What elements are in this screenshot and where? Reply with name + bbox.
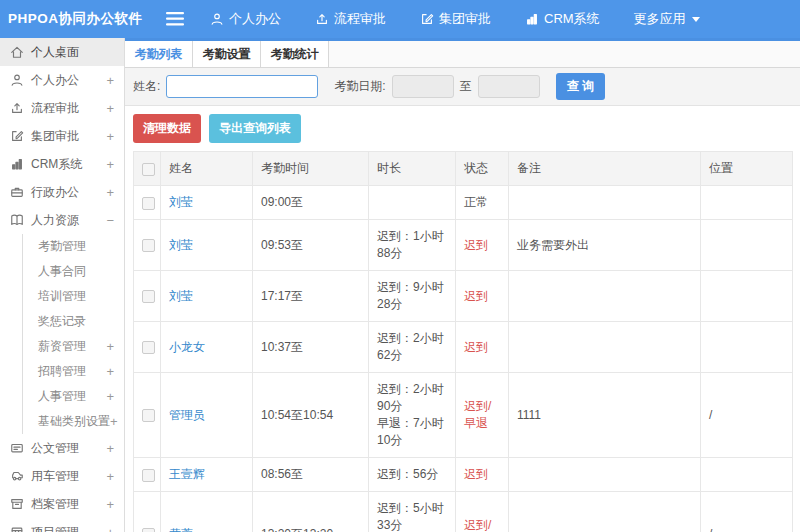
sidebar-item-6[interactable]: 人力资源− [0, 206, 124, 234]
sidebar-item-10[interactable]: 项目管理+ [0, 518, 124, 532]
table-row: 小龙女10:37至迟到：2小时62分迟到 [134, 322, 793, 373]
topnav-item-label: CRM系统 [544, 10, 600, 28]
employee-name-link[interactable]: 王壹辉 [169, 467, 205, 481]
table-row: 王壹辉08:56至迟到：56分迟到 [134, 458, 793, 492]
table-row: 刘莹09:53至迟到：1小时88分迟到业务需要外出 [134, 220, 793, 271]
topnav-item-3[interactable]: CRM系统 [525, 10, 600, 28]
topnav-item-label: 个人办公 [229, 10, 281, 28]
sidebar-subitem-3[interactable]: 奖惩记录 [23, 309, 124, 334]
expand-icon[interactable]: + [106, 129, 114, 144]
expand-icon[interactable]: + [106, 441, 114, 456]
export-list-button[interactable]: 导出查询列表 [209, 114, 301, 143]
tab-2[interactable]: 考勤统计 [261, 41, 329, 67]
sidebar-subitem-6[interactable]: 人事管理+ [23, 384, 124, 409]
collapse-icon[interactable]: − [106, 213, 114, 228]
topnav-item-1[interactable]: 流程审批 [315, 10, 386, 28]
sidebar-item-1[interactable]: 个人办公+ [0, 66, 124, 94]
employee-name-link[interactable]: 小龙女 [169, 340, 205, 354]
sidebar-item-7[interactable]: 公文管理+ [0, 434, 124, 462]
duration-line: 迟到：9小时28分 [377, 279, 447, 313]
expand-icon[interactable]: + [106, 364, 114, 379]
row-checkbox[interactable] [142, 239, 155, 252]
sidebar-item-label: 人事合同 [38, 263, 86, 280]
app-logo[interactable]: PHPOA协同办公软件 [0, 10, 148, 28]
chart-icon [10, 157, 24, 171]
status-badge: 迟到 [464, 289, 488, 303]
sidebar-item-2[interactable]: 流程审批+ [0, 94, 124, 122]
sidebar-item-8[interactable]: 用车管理+ [0, 462, 124, 490]
row-checkbox[interactable] [142, 290, 155, 303]
sidebar-item-label: 用车管理 [31, 468, 79, 485]
expand-icon[interactable]: + [106, 469, 114, 484]
expand-icon[interactable]: + [106, 497, 114, 512]
date-from-input[interactable] [392, 75, 454, 98]
clean-data-button[interactable]: 清理数据 [133, 114, 201, 143]
sidebar-item-5[interactable]: 行政办公+ [0, 178, 124, 206]
column-header-4: 备注 [509, 152, 701, 186]
edit-icon [10, 129, 24, 143]
status-badge: 迟到/早退 [464, 399, 491, 430]
sidebar-item-3[interactable]: 集团审批+ [0, 122, 124, 150]
expand-icon[interactable]: + [110, 414, 118, 429]
search-button[interactable]: 查 询 [556, 73, 605, 100]
date-to-input[interactable] [478, 75, 540, 98]
row-checkbox[interactable] [142, 197, 155, 210]
edit-icon [420, 12, 434, 26]
employee-name-link[interactable]: 刘莹 [169, 289, 193, 303]
remark [509, 271, 701, 322]
sidebar-subitem-7[interactable]: 基础类别设置+ [23, 409, 124, 434]
row-checkbox[interactable] [142, 469, 155, 482]
expand-icon[interactable]: + [106, 185, 114, 200]
sidebar-submenu: 考勤管理人事合同培训管理奖惩记录薪资管理+招聘管理+人事管理+基础类别设置+ [22, 234, 124, 434]
row-checkbox[interactable] [142, 528, 155, 532]
expand-icon[interactable]: + [106, 389, 114, 404]
location: / [701, 373, 793, 458]
expand-icon[interactable]: + [106, 73, 114, 88]
expand-icon[interactable]: + [106, 101, 114, 116]
duration: 迟到：9小时28分 [369, 271, 456, 322]
sidebar-item-4[interactable]: CRM系统+ [0, 150, 124, 178]
menu-icon[interactable] [166, 12, 184, 26]
sidebar-subitem-1[interactable]: 人事合同 [23, 259, 124, 284]
name-input[interactable] [166, 75, 318, 98]
sidebar-item-label: 人事管理 [38, 388, 86, 405]
sidebar-item-9[interactable]: 档案管理+ [0, 490, 124, 518]
remark [509, 492, 701, 532]
status-badge: 迟到 [464, 340, 488, 354]
sidebar-subitem-2[interactable]: 培训管理 [23, 284, 124, 309]
location [701, 186, 793, 220]
employee-name-link[interactable]: 黄蓉 [169, 527, 193, 532]
sidebar-item-label: 集团审批 [31, 128, 79, 145]
expand-icon[interactable]: + [106, 339, 114, 354]
name-label: 姓名: [133, 78, 160, 95]
sidebar-item-label: 流程审批 [31, 100, 79, 117]
topnav-item-4[interactable]: 更多应用 [634, 10, 701, 28]
sidebar-subitem-4[interactable]: 薪资管理+ [23, 334, 124, 359]
sidebar-item-label: 考勤管理 [38, 238, 86, 255]
employee-name-link[interactable]: 刘莹 [169, 195, 193, 209]
location [701, 271, 793, 322]
attendance-time: 09:53至 [253, 220, 369, 271]
tab-0[interactable]: 考勤列表 [125, 41, 193, 67]
attendance-table: 姓名考勤时间时长状态备注位置刘莹09:00至正常刘莹09:53至迟到：1小时88… [133, 151, 793, 532]
sidebar-item-label: 培训管理 [38, 288, 86, 305]
sidebar-subitem-5[interactable]: 招聘管理+ [23, 359, 124, 384]
topnav-item-2[interactable]: 集团审批 [420, 10, 491, 28]
expand-icon[interactable]: + [106, 525, 114, 532]
duration-line: 迟到：5小时33分 [377, 500, 447, 532]
employee-name-link[interactable]: 管理员 [169, 408, 205, 422]
calendar-icon [10, 525, 24, 532]
row-checkbox[interactable] [142, 341, 155, 354]
column-header-3: 状态 [456, 152, 509, 186]
row-checkbox[interactable] [142, 409, 155, 422]
select-all-checkbox[interactable] [142, 163, 155, 176]
sidebar-subitem-0[interactable]: 考勤管理 [23, 234, 124, 259]
topnav-item-0[interactable]: 个人办公 [210, 10, 281, 28]
expand-icon[interactable]: + [106, 157, 114, 172]
tab-1[interactable]: 考勤设置 [193, 41, 261, 67]
remark: 1111 [509, 373, 701, 458]
remark [509, 458, 701, 492]
sidebar-item-0[interactable]: 个人桌面 [0, 38, 124, 66]
user-icon [10, 73, 24, 87]
employee-name-link[interactable]: 刘莹 [169, 238, 193, 252]
